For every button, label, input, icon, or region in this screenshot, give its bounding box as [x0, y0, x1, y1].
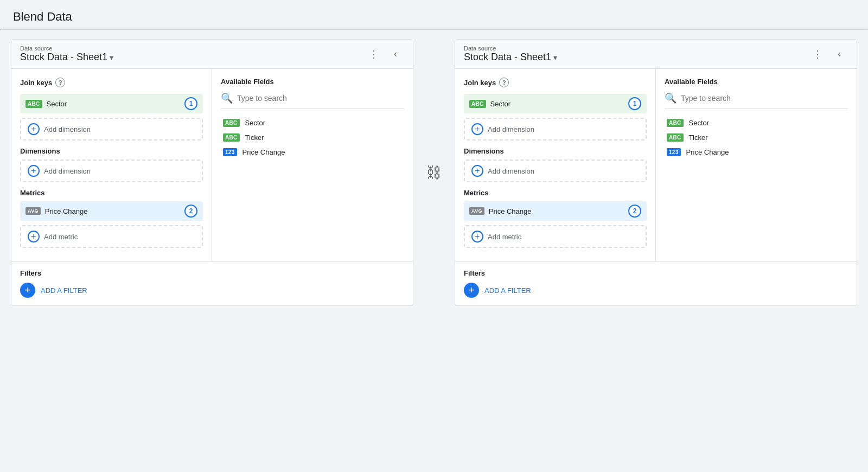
dimensions-title-2: Dimensions: [464, 147, 647, 155]
field-type-icon: ABC: [223, 133, 240, 142]
join-key-badge-2: 1: [628, 97, 641, 110]
search-input-2[interactable]: [681, 94, 848, 103]
add-metric-circle-icon-2: +: [471, 231, 483, 243]
collapse-button-1[interactable]: ‹: [387, 46, 404, 63]
metric-row-2[interactable]: AVG Price Change 2: [464, 201, 647, 221]
right-section-1: Available Fields 🔍 ABC Sector ABC Ticker: [212, 69, 413, 261]
filter-plus-icon-1: +: [20, 283, 35, 298]
metric-field-label-2: Price Change: [489, 207, 624, 215]
data-panel-1: Data source Stock Data - Sheet1 ▾ ⋮ ‹ Jo…: [11, 39, 413, 306]
field-type-icon: 123: [223, 148, 237, 156]
filter-plus-icon-2: +: [464, 283, 479, 298]
field-label: Sector: [245, 119, 266, 127]
metrics-title-1: Metrics: [20, 189, 203, 197]
search-icon-1: 🔍: [221, 92, 233, 104]
panel-header-actions-2: ⋮ ‹: [809, 46, 848, 63]
more-options-button-1[interactable]: ⋮: [365, 46, 382, 63]
list-item[interactable]: ABC Ticker: [665, 130, 848, 145]
field-label: Ticker: [245, 133, 264, 142]
dimensions-title-1: Dimensions: [20, 147, 203, 155]
available-fields-title-1: Available Fields: [221, 78, 404, 86]
join-key-badge-1: 1: [184, 97, 197, 110]
add-join-dimension-button-2[interactable]: + Add dimension: [464, 118, 647, 141]
field-type-icon: ABC: [667, 119, 684, 127]
add-dim-circle-icon-1: +: [28, 165, 40, 177]
metric-badge-2: 2: [628, 205, 641, 218]
search-icon-2: 🔍: [665, 92, 676, 104]
data-source-selector-1[interactable]: Stock Data - Sheet1 ▾: [20, 52, 113, 63]
join-keys-title-2: Join keys ?: [464, 78, 647, 87]
join-key-type-badge-1: ABC: [25, 100, 42, 108]
list-item[interactable]: ABC Ticker: [221, 130, 404, 145]
panel-header-left-2: Data source Stock Data - Sheet1 ▾: [464, 45, 557, 63]
dropdown-arrow-icon-1: ▾: [110, 53, 113, 62]
join-key-row-2[interactable]: ABC Sector 1: [464, 94, 647, 113]
data-source-selector-2[interactable]: Stock Data - Sheet1 ▾: [464, 52, 557, 63]
dropdown-arrow-icon-2: ▾: [553, 53, 557, 62]
filters-section-1: Filters + ADD A FILTER: [11, 261, 413, 305]
add-circle-icon-1: +: [28, 123, 40, 135]
field-label: Ticker: [689, 133, 708, 142]
field-label: Price Change: [686, 148, 729, 156]
search-box-1: 🔍: [221, 92, 404, 109]
add-dim-circle-icon-2: +: [471, 165, 483, 177]
join-key-type-badge-2: ABC: [469, 100, 486, 108]
join-keys-help-icon-1[interactable]: ?: [55, 78, 65, 87]
left-section-2: Join keys ? ABC Sector 1 + Add dimension…: [455, 69, 656, 261]
join-keys-title-1: Join keys ?: [20, 78, 203, 87]
join-key-field-label-2: Sector: [490, 100, 624, 108]
link-icon-wrapper: ⛓: [422, 164, 446, 182]
page-title: Blend Data: [0, 0, 868, 29]
metric-row-1[interactable]: AVG Price Change 2: [20, 201, 203, 221]
field-label: Price Change: [242, 148, 285, 156]
join-key-field-label-1: Sector: [47, 100, 180, 108]
add-circle-icon-2: +: [471, 123, 483, 135]
right-section-2: Available Fields 🔍 ABC Sector ABC Ticker: [656, 69, 857, 261]
metric-field-label-1: Price Change: [45, 207, 180, 215]
join-keys-help-icon-2[interactable]: ?: [499, 78, 509, 87]
search-box-2: 🔍: [665, 92, 848, 109]
list-item[interactable]: 123 Price Change: [221, 145, 404, 160]
metric-type-badge-1: AVG: [25, 207, 41, 215]
panel-header-left-1: Data source Stock Data - Sheet1 ▾: [20, 45, 113, 63]
field-type-icon: ABC: [223, 119, 240, 127]
list-item[interactable]: ABC Sector: [665, 116, 848, 130]
filters-title-1: Filters: [20, 269, 404, 277]
add-join-dimension-button-1[interactable]: + Add dimension: [20, 118, 203, 141]
field-list-1: ABC Sector ABC Ticker 123 Price Change: [221, 116, 404, 160]
field-list-2: ABC Sector ABC Ticker 123 Price Change: [665, 116, 848, 160]
panel-body-2: Join keys ? ABC Sector 1 + Add dimension…: [455, 69, 857, 261]
add-metric-circle-icon-1: +: [28, 231, 40, 243]
collapse-button-2[interactable]: ‹: [831, 46, 848, 63]
add-filter-button-1[interactable]: + ADD A FILTER: [20, 283, 87, 298]
left-section-1: Join keys ? ABC Sector 1 + Add dimension…: [11, 69, 212, 261]
add-dimension-button-1[interactable]: + Add dimension: [20, 160, 203, 182]
list-item[interactable]: ABC Sector: [221, 116, 404, 130]
more-options-button-2[interactable]: ⋮: [809, 46, 826, 63]
metric-type-badge-2: AVG: [469, 207, 484, 215]
panel-header-2: Data source Stock Data - Sheet1 ▾ ⋮ ‹: [455, 40, 857, 69]
search-input-1[interactable]: [237, 94, 404, 103]
data-source-label-2: Data source: [464, 45, 557, 52]
panel-header-actions-1: ⋮ ‹: [365, 46, 404, 63]
data-panel-2: Data source Stock Data - Sheet1 ▾ ⋮ ‹ Jo…: [455, 39, 857, 306]
data-source-label-1: Data source: [20, 45, 113, 52]
list-item[interactable]: 123 Price Change: [665, 145, 848, 160]
filters-section-2: Filters + ADD A FILTER: [455, 261, 857, 305]
add-metric-button-2[interactable]: + Add metric: [464, 225, 647, 248]
field-label: Sector: [689, 119, 710, 127]
filters-title-2: Filters: [464, 269, 848, 277]
panel-header-1: Data source Stock Data - Sheet1 ▾ ⋮ ‹: [11, 40, 413, 69]
metrics-title-2: Metrics: [464, 189, 647, 197]
add-filter-button-2[interactable]: + ADD A FILTER: [464, 283, 531, 298]
join-key-row-1[interactable]: ABC Sector 1: [20, 94, 203, 113]
available-fields-title-2: Available Fields: [665, 78, 848, 86]
metric-badge-1: 2: [184, 205, 197, 218]
panel-body-1: Join keys ? ABC Sector 1 + Add dimension…: [11, 69, 413, 261]
add-dimension-button-2[interactable]: + Add dimension: [464, 160, 647, 182]
field-type-icon: 123: [667, 148, 681, 156]
field-type-icon: ABC: [667, 133, 684, 142]
add-metric-button-1[interactable]: + Add metric: [20, 225, 203, 248]
link-icon: ⛓: [426, 164, 442, 182]
